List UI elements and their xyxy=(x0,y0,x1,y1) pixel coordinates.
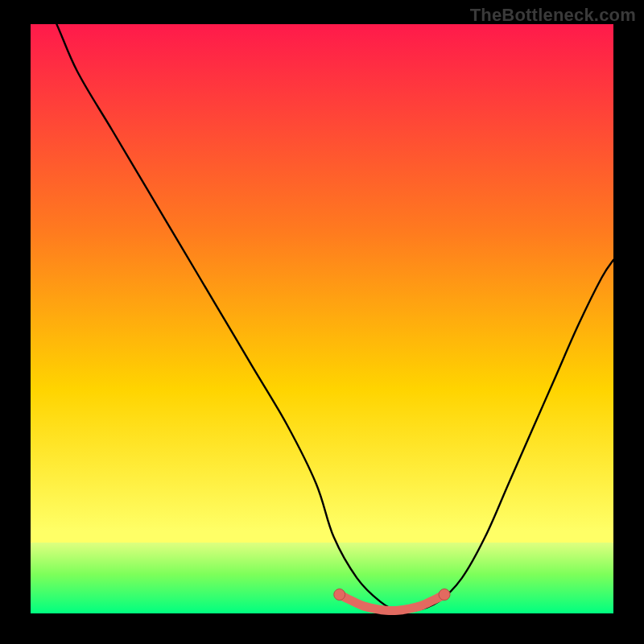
curve-line xyxy=(31,0,613,612)
watermark-text: TheBottleneck.com xyxy=(470,5,636,26)
marker-endpoint xyxy=(439,589,450,601)
optimal-range-marker xyxy=(340,595,444,611)
chart-frame: TheBottleneck.com xyxy=(0,0,644,644)
plot-area xyxy=(31,24,613,613)
marker-endpoint xyxy=(334,589,345,601)
bottleneck-curve xyxy=(31,24,613,613)
